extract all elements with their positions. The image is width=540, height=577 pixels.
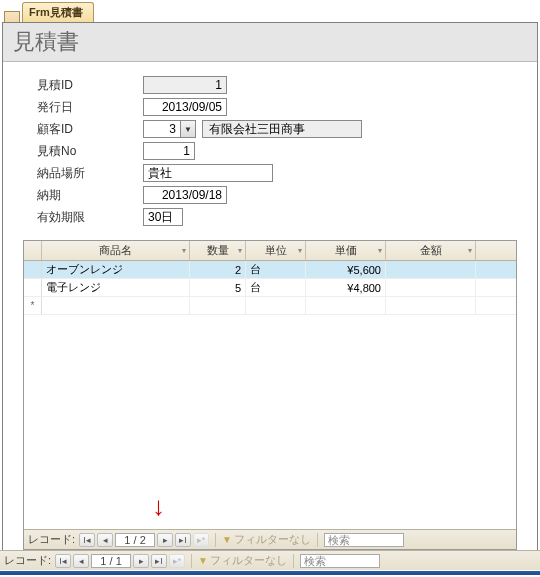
search-input[interactable]: 検索 — [300, 554, 380, 568]
grid-body: オーブンレンジ 2 台 ¥5,600 電子レンジ 5 台 ¥4,800 * — [24, 261, 516, 529]
nav-first-button[interactable]: I◂ — [55, 554, 71, 568]
chevron-down-icon: ▾ — [182, 246, 186, 255]
nav-prev-button[interactable]: ◂ — [73, 554, 89, 568]
nav-new-button[interactable]: ▸* — [169, 554, 185, 568]
form-shell: 見積書 見積ID 1 発行日 2013/09/05 顧客ID 3▼ 有限会社三田… — [2, 22, 538, 555]
nav-first-button[interactable]: I◂ — [79, 533, 95, 547]
filter-icon: ▼ — [222, 534, 232, 545]
field-delivery-place[interactable]: 貴社 — [143, 164, 273, 182]
chevron-down-icon: ▾ — [378, 246, 382, 255]
nav-position[interactable]: 1 / 1 — [91, 554, 131, 568]
main-record-nav: レコード: I◂ ◂ 1 / 1 ▸ ▸I ▸* ▼フィルターなし 検索 — [0, 550, 540, 570]
label-quote-id: 見積ID — [37, 77, 143, 94]
chevron-down-icon: ▾ — [238, 246, 242, 255]
nav-label: レコード: — [4, 553, 51, 568]
col-header-qty[interactable]: 数量▾ — [190, 241, 246, 260]
form-fields: 見積ID 1 発行日 2013/09/05 顧客ID 3▼ 有限会社三田商事 見… — [3, 62, 537, 234]
label-delivery-date: 納期 — [37, 187, 143, 204]
col-header-qty-label: 数量 — [207, 243, 229, 258]
chevron-down-icon: ▾ — [298, 246, 302, 255]
col-header-unit-label: 単位 — [265, 243, 287, 258]
nav-last-button[interactable]: ▸I — [151, 554, 167, 568]
label-valid-period: 有効期限 — [37, 209, 143, 226]
line-items-grid: 商品名▾ 数量▾ 単位▾ 単価▾ 金額▾ オーブンレンジ 2 台 ¥5,600 … — [23, 240, 517, 550]
cell-price[interactable]: ¥4,800 — [306, 279, 386, 296]
filter-status-label: フィルターなし — [234, 532, 311, 547]
nav-next-button[interactable]: ▸ — [133, 554, 149, 568]
field-quote-no[interactable]: 1 — [143, 142, 195, 160]
cell-name[interactable] — [42, 297, 190, 314]
customer-dropdown-button[interactable]: ▼ — [181, 120, 196, 138]
cell-name[interactable]: オーブンレンジ — [42, 261, 190, 278]
field-customer-id[interactable]: 3 — [143, 120, 181, 138]
filter-status[interactable]: ▼フィルターなし — [222, 532, 311, 547]
page-title: 見積書 — [3, 23, 537, 62]
cell-amount[interactable] — [386, 279, 476, 296]
col-header-price[interactable]: 単価▾ — [306, 241, 386, 260]
field-quote-id: 1 — [143, 76, 227, 94]
cell-price[interactable] — [306, 297, 386, 314]
col-header-amount-label: 金額 — [420, 243, 442, 258]
nav-new-button[interactable]: ▸* — [193, 533, 209, 547]
row-selector[interactable] — [24, 279, 42, 296]
col-header-name-label: 商品名 — [99, 243, 132, 258]
col-header-amount[interactable]: 金額▾ — [386, 241, 476, 260]
filter-status[interactable]: ▼フィルターなし — [198, 553, 287, 568]
label-customer-id: 顧客ID — [37, 121, 143, 138]
field-delivery-date[interactable]: 2013/09/18 — [143, 186, 227, 204]
search-input[interactable]: 検索 — [324, 533, 404, 547]
cell-unit[interactable] — [246, 297, 306, 314]
col-header-price-label: 単価 — [335, 243, 357, 258]
new-row-marker: * — [24, 297, 42, 314]
nav-label: レコード: — [28, 532, 75, 547]
cell-qty[interactable] — [190, 297, 246, 314]
cell-price[interactable]: ¥5,600 — [306, 261, 386, 278]
field-valid-period[interactable]: 30日 — [143, 208, 183, 226]
nav-next-button[interactable]: ▸ — [157, 533, 173, 547]
filter-status-label: フィルターなし — [210, 553, 287, 568]
nav-position[interactable]: 1 / 2 — [115, 533, 155, 547]
label-delivery-place: 納品場所 — [37, 165, 143, 182]
label-quote-no: 見積No — [37, 143, 143, 160]
filter-icon: ▼ — [198, 555, 208, 566]
nav-prev-button[interactable]: ◂ — [97, 533, 113, 547]
chevron-down-icon: ▾ — [468, 246, 472, 255]
separator — [293, 554, 294, 568]
cell-unit[interactable]: 台 — [246, 279, 306, 296]
field-customer-name: 有限会社三田商事 — [202, 120, 362, 138]
row-selector[interactable] — [24, 261, 42, 278]
separator — [215, 533, 216, 547]
label-issue-date: 発行日 — [37, 99, 143, 116]
form-tab[interactable]: Frm見積書 — [22, 2, 94, 22]
cell-amount[interactable] — [386, 297, 476, 314]
cell-name[interactable]: 電子レンジ — [42, 279, 190, 296]
new-row[interactable]: * — [24, 297, 516, 315]
cell-amount[interactable] — [386, 261, 476, 278]
subform-record-nav: レコード: I◂ ◂ 1 / 2 ▸ ▸I ▸* ▼フィルターなし 検索 — [24, 529, 516, 549]
table-row[interactable]: オーブンレンジ 2 台 ¥5,600 — [24, 261, 516, 279]
cell-qty[interactable]: 2 — [190, 261, 246, 278]
field-issue-date[interactable]: 2013/09/05 — [143, 98, 227, 116]
status-bar — [0, 571, 540, 575]
separator — [191, 554, 192, 568]
cell-qty[interactable]: 5 — [190, 279, 246, 296]
cell-unit[interactable]: 台 — [246, 261, 306, 278]
col-header-name[interactable]: 商品名▾ — [42, 241, 190, 260]
separator — [317, 533, 318, 547]
annotation-arrow-icon: ↓ — [152, 491, 165, 522]
col-header-unit[interactable]: 単位▾ — [246, 241, 306, 260]
nav-last-button[interactable]: ▸I — [175, 533, 191, 547]
table-row[interactable]: 電子レンジ 5 台 ¥4,800 — [24, 279, 516, 297]
grid-selector-head[interactable] — [24, 241, 42, 260]
